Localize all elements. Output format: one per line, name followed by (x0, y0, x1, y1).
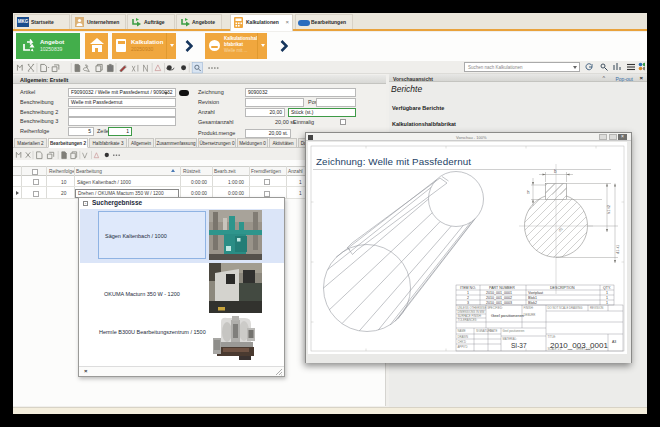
svg-text:Blok1: Blok1 (528, 296, 537, 300)
svg-text:d1-t1: d1-t1 (615, 244, 620, 254)
svg-text:DRAWN: DRAWN (458, 335, 468, 339)
svg-text:PART NUMBER: PART NUMBER (489, 286, 515, 290)
svg-text:1: 1 (467, 291, 469, 295)
svg-text:3: 3 (467, 301, 469, 305)
svg-text:REVISION: REVISION (590, 306, 603, 310)
svg-text:Geel positioneren: Geel positioneren (503, 329, 525, 333)
svg-text:1: 1 (606, 301, 608, 305)
svg-text:2010_001_0002: 2010_001_0002 (486, 296, 512, 300)
svg-text:Zeichnung: Welle mit Passfeder: Zeichnung: Welle mit Passfedernut (316, 156, 471, 167)
svg-text:2010_001_0003: 2010_001_0003 (486, 301, 512, 305)
svg-text:SI-37: SI-37 (511, 342, 527, 349)
svg-text:APPV'D: APPV'D (458, 345, 468, 349)
svg-text:DO NOT SCALE DRAWING: DO NOT SCALE DRAWING (548, 306, 583, 310)
svg-text:1: 1 (606, 296, 608, 300)
svg-text:h1 t2: h1 t2 (606, 204, 611, 214)
svg-text:2010_001_0001: 2010_001_0001 (486, 291, 512, 295)
svg-text:2010_003_0001: 2010_003_0001 (550, 341, 608, 350)
svg-text:FINISH:: FINISH: (524, 306, 534, 310)
svg-text:2: 2 (467, 296, 469, 300)
svg-text:TITLE:: TITLE: (548, 335, 557, 339)
svg-text:1: 1 (606, 291, 608, 295)
svg-text:QTY.: QTY. (603, 286, 611, 290)
svg-text:CHK'D: CHK'D (458, 340, 466, 344)
svg-text:MATERIAL:: MATERIAL: (503, 337, 518, 341)
svg-text:Geel positioneren: Geel positioneren (491, 313, 524, 318)
svg-text:DATE: DATE (490, 329, 497, 333)
svg-text:Blok2: Blok2 (528, 301, 537, 305)
svg-text:DEBURR: DEBURR (524, 313, 536, 317)
svg-text:Voetplaat: Voetplaat (528, 291, 543, 295)
svg-text:A3: A3 (612, 340, 616, 344)
svg-text:UNLESS OTHERWISE SPECIFIED:: UNLESS OTHERWISE SPECIFIED: (458, 306, 503, 310)
svg-text:TOLERANCES:: TOLERANCES: (458, 318, 478, 322)
svg-text:DESCRIPTION: DESCRIPTION (550, 286, 575, 290)
svg-text:ITEM NO.: ITEM NO. (460, 286, 476, 290)
svg-text:NAME: NAME (458, 329, 466, 333)
